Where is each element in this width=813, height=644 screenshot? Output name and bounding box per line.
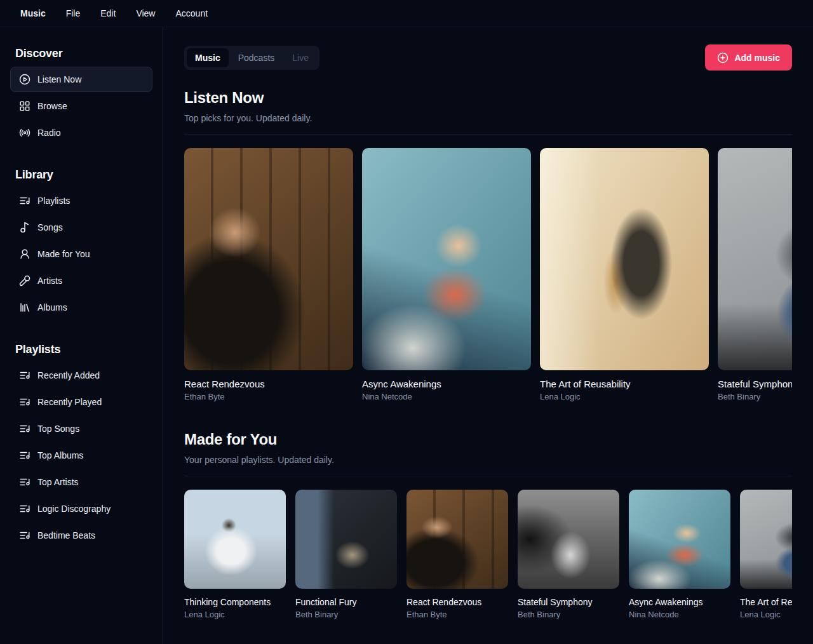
sidebar-item-label: Radio [37, 128, 61, 138]
grid-icon [19, 100, 30, 112]
sidebar-item-browse[interactable]: Browse [10, 93, 152, 119]
album-artist: Lena Logic [184, 610, 286, 619]
album-art-image [184, 490, 286, 589]
album-card[interactable]: React RendezvousEthan Byte [406, 490, 508, 619]
sidebar-item-top-songs[interactable]: Top Songs [10, 416, 152, 441]
album-art-image [518, 490, 619, 589]
album-card[interactable]: The Art of ReusabilityLena Logic [740, 490, 792, 619]
menu-account[interactable]: Account [165, 4, 218, 22]
album-title: Thinking Components [184, 597, 286, 607]
menu-view[interactable]: View [126, 4, 165, 22]
sidebar-item-label: Top Songs [37, 424, 79, 434]
section-made-for-you: Made for YouYour personal playlists. Upd… [184, 431, 792, 619]
sidebar-heading: Library [10, 168, 152, 182]
album-artist: Beth Binary [518, 610, 619, 619]
album-art-image [406, 490, 508, 589]
album-title: Stateful Symphony [518, 597, 619, 607]
section-title: Made for You [184, 431, 792, 448]
tabs-list: MusicPodcastsLive [184, 46, 319, 70]
album-artist: Lena Logic [740, 610, 792, 619]
album-title: The Art of Reusability [740, 597, 792, 607]
sidebar-item-logic-discography[interactable]: Logic Discography [10, 496, 152, 521]
list-music-icon [19, 476, 30, 488]
sidebar-item-label: Albums [37, 302, 67, 312]
mic-icon [19, 275, 30, 286]
user-round-icon [19, 248, 30, 260]
section-subtitle: Top picks for you. Updated daily. [184, 113, 792, 123]
sidebar-item-top-albums[interactable]: Top Albums [10, 443, 152, 468]
album-artist: Ethan Byte [406, 610, 508, 619]
album-title: The Art of Reusability [540, 379, 709, 389]
main-content: MusicPodcastsLive Add music Listen NowTo… [163, 27, 813, 644]
sidebar-item-label: Playlists [37, 196, 70, 206]
sidebar-item-artists[interactable]: Artists [10, 268, 152, 293]
album-card[interactable]: Stateful SymphonyBeth Binary [718, 148, 792, 401]
sidebar-item-label: Browse [37, 101, 67, 111]
sidebar-item-radio[interactable]: Radio [10, 120, 152, 145]
tab-podcasts[interactable]: Podcasts [230, 48, 283, 67]
sidebar-item-albums[interactable]: Albums [10, 295, 152, 320]
list-music-icon [19, 195, 30, 206]
menu-music[interactable]: Music [10, 4, 56, 22]
sidebar-item-playlists[interactable]: Playlists [10, 188, 152, 213]
sidebar-heading: Playlists [10, 343, 152, 356]
album-title: Async Awakenings [629, 597, 730, 607]
sidebar-item-label: Top Artists [37, 477, 79, 487]
sidebar-item-made-for-you[interactable]: Made for You [10, 241, 152, 267]
album-card[interactable]: Async AwakeningsNina Netcode [362, 148, 531, 401]
music-app-window: MusicFileEditViewAccount DiscoverListen … [0, 0, 813, 644]
add-music-label: Add music [734, 53, 780, 63]
album-art-image [362, 148, 531, 370]
album-row: React RendezvousEthan ByteAsync Awakenin… [184, 148, 792, 401]
menubar: MusicFileEditViewAccount [0, 0, 813, 27]
sidebar-item-recently-played[interactable]: Recently Played [10, 389, 152, 415]
sidebar-section-discover: DiscoverListen NowBrowseRadio [0, 47, 163, 145]
list-music-icon [19, 423, 30, 434]
sidebar: DiscoverListen NowBrowseRadioLibraryPlay… [0, 27, 163, 644]
radio-icon [19, 127, 30, 138]
list-music-icon [19, 530, 30, 541]
album-card[interactable]: Functional FuryBeth Binary [295, 490, 397, 619]
library-icon [19, 302, 30, 313]
sidebar-heading: Discover [10, 47, 152, 60]
sections-container: Listen NowTop picks for you. Updated dai… [184, 89, 792, 619]
content-header: MusicPodcastsLive Add music [184, 44, 792, 70]
list-music-icon [19, 503, 30, 514]
album-artist: Nina Netcode [629, 610, 730, 619]
add-music-button[interactable]: Add music [705, 44, 792, 70]
album-row: Thinking ComponentsLena LogicFunctional … [184, 490, 792, 619]
album-art-image [540, 148, 709, 370]
tab-music[interactable]: Music [187, 48, 229, 67]
sidebar-item-label: Top Albums [37, 450, 83, 460]
album-art-image [740, 490, 792, 589]
sidebar-item-listen-now[interactable]: Listen Now [10, 67, 152, 92]
play-circle-icon [19, 74, 30, 85]
tab-live: Live [284, 48, 317, 67]
section-listen-now: Listen NowTop picks for you. Updated dai… [184, 89, 792, 401]
album-card[interactable]: Stateful SymphonyBeth Binary [518, 490, 619, 619]
sidebar-section-library: LibraryPlaylistsSongsMade for YouArtists… [0, 168, 163, 320]
sidebar-item-label: Made for You [37, 249, 90, 259]
sidebar-item-top-artists[interactable]: Top Artists [10, 469, 152, 495]
sidebar-item-recently-added[interactable]: Recently Added [10, 363, 152, 388]
list-music-icon [19, 396, 30, 408]
album-card[interactable]: Async AwakeningsNina Netcode [629, 490, 730, 619]
menu-file[interactable]: File [56, 4, 91, 22]
album-card[interactable]: The Art of ReusabilityLena Logic [540, 148, 709, 401]
section-subtitle: Your personal playlists. Updated daily. [184, 455, 792, 465]
album-artist: Beth Binary [718, 392, 792, 401]
separator [184, 134, 792, 135]
album-card[interactable]: Thinking ComponentsLena Logic [184, 490, 286, 619]
album-artist: Lena Logic [540, 392, 709, 401]
album-artist: Nina Netcode [362, 392, 531, 401]
album-title: React Rendezvous [406, 597, 508, 607]
album-artist: Ethan Byte [184, 392, 353, 401]
sidebar-item-songs[interactable]: Songs [10, 215, 152, 240]
sidebar-section-playlists: PlaylistsRecently AddedRecently PlayedTo… [0, 343, 163, 548]
album-card[interactable]: React RendezvousEthan Byte [184, 148, 353, 401]
menu-edit[interactable]: Edit [90, 4, 126, 22]
sidebar-item-label: Recently Added [37, 370, 100, 380]
album-art-image [718, 148, 792, 370]
list-music-icon [19, 450, 30, 461]
sidebar-item-bedtime-beats[interactable]: Bedtime Beats [10, 523, 152, 548]
